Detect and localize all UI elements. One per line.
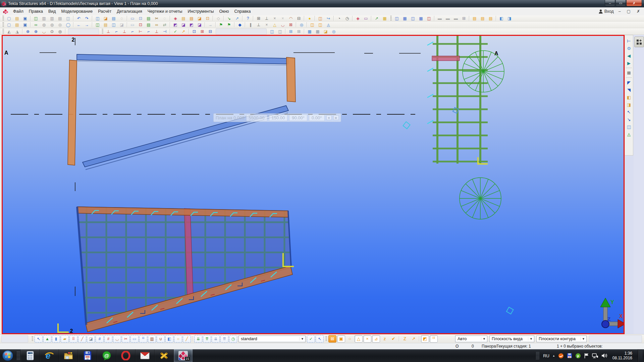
save-2[interactable]: ▣ bbox=[21, 22, 29, 27]
arc-tool[interactable]: ◠ bbox=[287, 15, 294, 21]
snap-nearest-point[interactable]: ○ bbox=[346, 335, 354, 343]
previous-view[interactable]: ◀ bbox=[626, 52, 632, 59]
floppy-tray-icon[interactable] bbox=[567, 353, 572, 358]
phase-stack[interactable]: ◫ bbox=[317, 15, 324, 21]
zoom-point[interactable]: ◎ bbox=[298, 22, 305, 27]
box-red-dot[interactable]: ⊡ bbox=[137, 22, 144, 27]
select-grid-lines[interactable]: # bbox=[104, 335, 112, 343]
point-line-2[interactable]: ⌐ bbox=[113, 28, 120, 34]
user-2[interactable]: ◍ bbox=[48, 22, 56, 27]
menu-item-вид[interactable]: Вид bbox=[46, 8, 59, 15]
mesh-gray[interactable]: ▦ bbox=[314, 28, 321, 34]
snap-intersection[interactable]: × bbox=[363, 335, 371, 343]
perpendicular[interactable]: ⊥ bbox=[255, 22, 262, 27]
eraser[interactable]: ◇ bbox=[215, 15, 222, 21]
numbering-1[interactable]: ◫ bbox=[393, 15, 400, 21]
point-line-3[interactable]: ⊥ bbox=[121, 28, 128, 34]
contour-planes-combobox[interactable]: Плоскости контура▼ bbox=[536, 336, 587, 342]
print-preview[interactable]: ▥ bbox=[48, 15, 56, 21]
numbering-3[interactable]: ◫ bbox=[409, 15, 417, 21]
delete-point[interactable]: × bbox=[271, 15, 278, 21]
bolt-tool[interactable]: ⊙ bbox=[48, 28, 56, 34]
child-restore-button[interactable]: ▢ bbox=[626, 9, 632, 14]
open-2[interactable]: ▤ bbox=[13, 22, 21, 27]
create-point[interactable]: ⊕ bbox=[24, 28, 32, 34]
taskbar-app-mail[interactable] bbox=[136, 349, 155, 362]
snap-mode-combobox[interactable]: Авто▼ bbox=[455, 336, 487, 342]
chevron-down-icon[interactable]: ▼ bbox=[481, 337, 487, 341]
chevron-down-icon[interactable]: ▼ bbox=[528, 337, 534, 341]
context-help[interactable]: ? bbox=[244, 15, 252, 21]
tray-expand-icon[interactable]: ▲ bbox=[552, 354, 555, 357]
language-indicator[interactable]: RU bbox=[543, 353, 549, 358]
binoculars[interactable]: ∞ bbox=[153, 22, 160, 27]
taskbar-app-tekla-structures[interactable]: 21 bbox=[174, 349, 193, 362]
window-point[interactable]: ⊡ bbox=[137, 15, 144, 21]
pin-point[interactable]: ● bbox=[306, 15, 313, 21]
grid-line[interactable]: ⊥ bbox=[263, 15, 270, 21]
flow-arrow[interactable]: → bbox=[207, 22, 214, 27]
restore-button[interactable]: ▭ bbox=[615, 0, 626, 6]
folder-tool-2[interactable]: ▤ bbox=[479, 15, 486, 21]
select-bolts[interactable]: ⠛ bbox=[139, 335, 147, 343]
redo[interactable]: ↷ bbox=[83, 15, 91, 21]
taskbar-app-save-tool[interactable]: 64 bbox=[78, 349, 97, 362]
select-welds[interactable]: ◡ bbox=[113, 335, 121, 343]
child-close-button[interactable]: ✗ bbox=[635, 9, 641, 14]
taskbar-app-internet-explorer[interactable]: e bbox=[40, 349, 59, 362]
project-status[interactable]: ◔ bbox=[335, 15, 343, 21]
next-view[interactable]: ▶ bbox=[626, 60, 632, 66]
select-components[interactable]: ▲ bbox=[43, 335, 51, 343]
hide-workplane[interactable]: ⊠ bbox=[626, 69, 632, 76]
menu-item-окно[interactable]: Окно bbox=[216, 8, 231, 15]
folder-tool-3[interactable]: ▤ bbox=[487, 15, 494, 21]
menu-item-инструменты[interactable]: Инструменты bbox=[185, 8, 217, 15]
open-model[interactable]: ▤ bbox=[13, 15, 21, 21]
toolbar-grip[interactable] bbox=[31, 336, 33, 341]
network-tray-icon[interactable] bbox=[592, 353, 598, 358]
triangle-tool[interactable]: △ bbox=[271, 22, 278, 27]
gray-tool-1[interactable]: ▬ bbox=[436, 15, 443, 21]
menu-item-файл[interactable]: Файл bbox=[10, 8, 26, 15]
snap-reference-points[interactable]: ⊠ bbox=[328, 335, 336, 343]
model-sharing-globe[interactable]: ◯ bbox=[64, 22, 72, 27]
view-pair-1[interactable]: ◫ bbox=[268, 28, 276, 34]
component-folder[interactable]: ▤ bbox=[188, 15, 195, 21]
taskbar-clock[interactable]: 1:36 08.11.2016 bbox=[612, 351, 632, 360]
minimize-button[interactable]: – bbox=[605, 0, 615, 6]
object-properties[interactable]: ▤ bbox=[110, 15, 117, 21]
select-all[interactable]: ↖ bbox=[35, 335, 43, 343]
folder-tool-1[interactable]: ▤ bbox=[471, 15, 478, 21]
back-view[interactable]: ← bbox=[75, 22, 83, 27]
cut-arrow-1[interactable]: ↖ bbox=[626, 109, 632, 115]
point-line-6[interactable]: ⌐ bbox=[145, 28, 152, 34]
delete-x[interactable]: × bbox=[263, 22, 270, 27]
snapshot[interactable]: ◫ bbox=[32, 15, 40, 21]
taskbar-app-explorer[interactable] bbox=[59, 349, 78, 362]
select-cuts[interactable]: ◪ bbox=[87, 335, 95, 343]
toolbar-grip[interactable] bbox=[390, 16, 392, 21]
chain-link[interactable]: ⇄ bbox=[161, 22, 168, 27]
import-model[interactable]: ↘ bbox=[225, 15, 233, 21]
cut-part[interactable]: ◥ bbox=[626, 86, 632, 93]
catalog-door[interactable]: ▭ bbox=[362, 15, 370, 21]
select-cut-lines[interactable]: ✂ bbox=[122, 335, 130, 343]
toolbar-grip[interactable] bbox=[2, 16, 4, 21]
shield[interactable]: ◆ bbox=[236, 22, 244, 27]
select-drawing-objects[interactable]: ╱ bbox=[183, 335, 191, 343]
new-window[interactable]: ▭ bbox=[129, 15, 136, 21]
point-line-8[interactable]: ⊣ bbox=[161, 28, 168, 34]
select-surfaces[interactable]: ▰ bbox=[61, 335, 69, 343]
select-lines[interactable]: ╱ bbox=[78, 335, 86, 343]
view-tool-1[interactable]: ◩ bbox=[172, 22, 179, 27]
part-end-1[interactable]: ◧ bbox=[626, 94, 632, 101]
gray-tool-3[interactable]: ▬ bbox=[452, 15, 460, 21]
start-button[interactable] bbox=[0, 349, 15, 362]
detail-tool-1[interactable]: ◭ bbox=[5, 28, 13, 34]
window-layout-button[interactable] bbox=[634, 37, 644, 47]
select-planes[interactable]: ◧ bbox=[165, 335, 173, 343]
run-macros[interactable]: ⚙ bbox=[626, 45, 632, 52]
taskbar-app-opera[interactable] bbox=[116, 349, 136, 362]
numbering-4[interactable]: ▦ bbox=[417, 15, 425, 21]
link-model[interactable]: ∞ bbox=[32, 22, 40, 27]
